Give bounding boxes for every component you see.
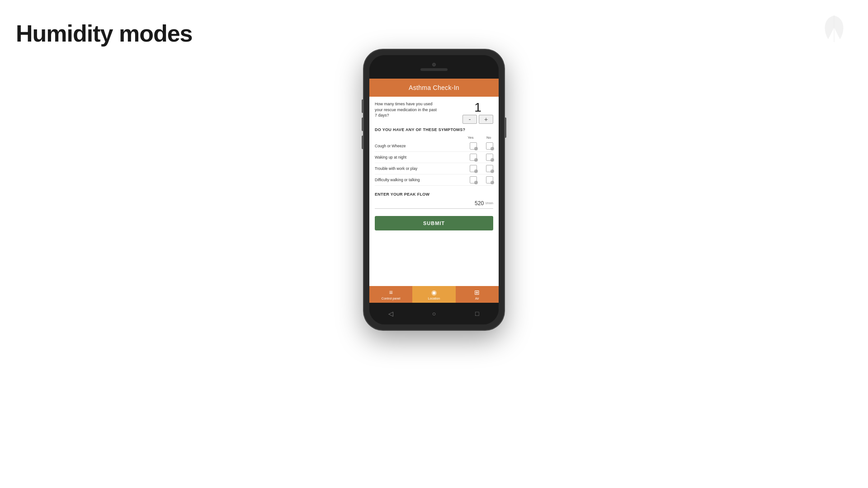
symptoms-header: Yes No bbox=[375, 136, 493, 140]
submit-button[interactable]: SUBMIT bbox=[375, 216, 493, 230]
peak-flow-section: ENTER YOUR PEAK FLOW 520 l/min bbox=[375, 192, 493, 209]
phone-screen: Asthma Check-In How many times have you … bbox=[369, 79, 499, 303]
symptom-row-walking: Difficulty walking or talking bbox=[375, 174, 493, 186]
location-icon: ◉ bbox=[431, 289, 437, 296]
app-header: Asthma Check-In bbox=[369, 79, 499, 97]
phone-top-bar bbox=[369, 55, 499, 79]
cough-yes-radio[interactable] bbox=[470, 142, 477, 150]
tab-control-panel[interactable]: ≡ Control panel bbox=[369, 286, 412, 303]
tab-location-label: Location bbox=[428, 297, 440, 300]
medication-buttons: - + bbox=[462, 115, 493, 124]
recents-button[interactable]: □ bbox=[472, 309, 481, 318]
walking-yes-radio[interactable] bbox=[470, 176, 477, 183]
medication-decrease-button[interactable]: - bbox=[462, 115, 477, 124]
symptom-options-walking bbox=[470, 176, 493, 183]
phone-mockup: Asthma Check-In How many times have you … bbox=[364, 50, 504, 330]
medication-section: How many times have you used your rescue… bbox=[375, 101, 493, 121]
symptom-options-work bbox=[470, 165, 493, 172]
peak-flow-value[interactable]: 520 bbox=[475, 200, 484, 206]
peak-flow-section-title: ENTER YOUR PEAK FLOW bbox=[375, 192, 493, 197]
symptom-label-waking: Waking up at night bbox=[375, 155, 470, 160]
medication-control: 1 - + bbox=[462, 101, 493, 124]
symptom-row-work: Trouble with work or play bbox=[375, 163, 493, 174]
medication-increase-button[interactable]: + bbox=[479, 115, 493, 124]
work-yes-radio[interactable] bbox=[470, 165, 477, 172]
medication-question: How many times have you used your rescue… bbox=[375, 101, 440, 118]
symptoms-section: DO YOU HAVE ANY OF THESE SYMPTOMS? Yes N… bbox=[375, 127, 493, 186]
waking-no-radio[interactable] bbox=[486, 154, 493, 161]
home-button[interactable]: ○ bbox=[429, 309, 439, 318]
walking-no-radio[interactable] bbox=[486, 176, 493, 183]
symptom-label-cough: Cough or Wheeze bbox=[375, 144, 470, 148]
symptom-label-walking: Difficulty walking or talking bbox=[375, 178, 470, 182]
app-header-title: Asthma Check-In bbox=[374, 84, 494, 91]
page-title: Humidity modes bbox=[16, 20, 193, 47]
android-nav: ◁ ○ □ bbox=[369, 303, 499, 324]
peak-flow-input-row: 520 l/min bbox=[375, 200, 493, 209]
camera-icon bbox=[432, 63, 436, 66]
tab-air[interactable]: ⊞ Air bbox=[456, 286, 499, 303]
symptom-row-cough: Cough or Wheeze bbox=[375, 141, 493, 152]
symptoms-section-title: DO YOU HAVE ANY OF THESE SYMPTOMS? bbox=[375, 127, 493, 132]
symptom-row-waking: Waking up at night bbox=[375, 152, 493, 163]
control-panel-icon: ≡ bbox=[389, 289, 393, 296]
symptom-label-work: Trouble with work or play bbox=[375, 166, 470, 171]
tab-location[interactable]: ◉ Location bbox=[412, 286, 455, 303]
tab-control-panel-label: Control panel bbox=[382, 297, 401, 300]
speaker-icon bbox=[420, 68, 448, 71]
app-content[interactable]: How many times have you used your rescue… bbox=[369, 97, 499, 286]
peak-flow-unit: l/min bbox=[486, 201, 493, 205]
symptom-options-cough bbox=[470, 142, 493, 150]
waking-yes-radio[interactable] bbox=[470, 154, 477, 161]
air-icon: ⊞ bbox=[474, 289, 480, 296]
cough-no-radio[interactable] bbox=[486, 142, 493, 150]
back-button[interactable]: ◁ bbox=[387, 309, 396, 318]
symptom-options-waking bbox=[470, 154, 493, 161]
yes-column-label: Yes bbox=[466, 136, 475, 140]
work-no-radio[interactable] bbox=[486, 165, 493, 172]
no-column-label: No bbox=[484, 136, 493, 140]
leaf-logo-icon bbox=[818, 14, 850, 45]
medication-value: 1 bbox=[474, 101, 481, 114]
tab-air-label: Air bbox=[475, 297, 479, 300]
tab-bar: ≡ Control panel ◉ Location ⊞ Air bbox=[369, 286, 499, 303]
